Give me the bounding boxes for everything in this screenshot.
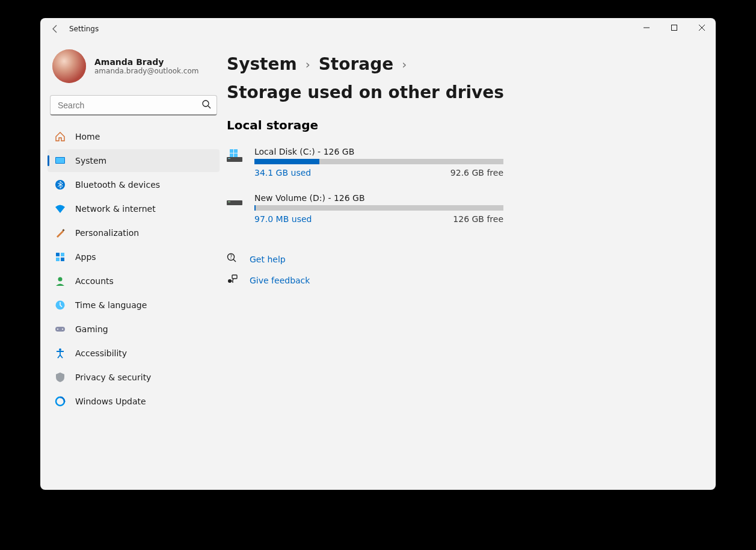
svg-rect-23: [234, 149, 238, 153]
chevron-right-icon: ›: [306, 57, 310, 72]
help-icon: ?: [227, 253, 239, 265]
help-links: ? Get help Give feedback: [227, 253, 692, 286]
profile-email: amanda.brady@outlook.com: [94, 67, 198, 75]
sidebar-item-label: Accounts: [75, 276, 114, 286]
sidebar: Amanda Brady amanda.brady@outlook.com Ho…: [40, 40, 227, 490]
svg-point-12: [58, 277, 63, 282]
drive-stats: 97.0 MB used 126 GB free: [254, 214, 503, 224]
privacy-icon: [55, 372, 66, 383]
network-icon: [55, 203, 66, 214]
svg-text:?: ?: [230, 255, 232, 260]
sidebar-item-accessibility[interactable]: Accessibility: [48, 342, 220, 365]
drive-progress: [254, 159, 503, 164]
profile-name: Amanda Brady: [94, 57, 198, 67]
home-icon: [55, 131, 66, 142]
svg-rect-24: [230, 153, 233, 157]
search-wrap: [50, 95, 217, 116]
minimize-icon: [644, 25, 650, 31]
minimize-button[interactable]: [633, 18, 660, 37]
svg-rect-1: [672, 25, 677, 31]
sidebar-item-label: Home: [75, 132, 100, 141]
sidebar-item-label: Apps: [75, 252, 96, 262]
give-feedback-link[interactable]: Give feedback: [227, 274, 692, 286]
breadcrumb-current: Storage used on other drives: [227, 82, 504, 102]
settings-window: Settings Amanda Brady amanda.brady@outlo…: [40, 18, 716, 490]
close-button[interactable]: [688, 18, 716, 37]
sidebar-item-label: Bluetooth & devices: [75, 180, 160, 190]
back-arrow-icon: [51, 24, 60, 34]
get-help-link[interactable]: ? Get help: [227, 253, 692, 265]
sidebar-item-accounts[interactable]: Accounts: [48, 270, 220, 292]
close-icon: [699, 25, 705, 31]
sidebar-item-privacy[interactable]: Privacy & security: [48, 366, 220, 389]
svg-rect-22: [230, 149, 233, 153]
drive-progress-fill: [254, 205, 256, 211]
section-title: Local storage: [227, 118, 692, 132]
sidebar-item-label: Network & internet: [75, 204, 156, 214]
breadcrumb-system[interactable]: System: [227, 54, 297, 74]
svg-point-16: [62, 329, 63, 330]
maximize-icon: [671, 25, 677, 31]
svg-rect-10: [56, 258, 60, 261]
profile-block[interactable]: Amanda Brady amanda.brady@outlook.com: [48, 40, 220, 95]
sidebar-item-label: Privacy & security: [75, 372, 151, 382]
feedback-icon: [227, 274, 239, 286]
drive-progress: [254, 205, 503, 211]
chevron-right-icon: ›: [402, 57, 407, 72]
sidebar-item-personalization[interactable]: Personalization: [48, 221, 220, 244]
svg-rect-14: [55, 327, 65, 332]
maximize-button[interactable]: [660, 18, 688, 37]
personalization-icon: [55, 227, 66, 238]
drive-body: Local Disk (C:) - 126 GB 34.1 GB used 92…: [254, 147, 503, 178]
sidebar-item-label: Time & language: [75, 300, 147, 310]
drive-d[interactable]: New Volume (D:) - 126 GB 97.0 MB used 12…: [227, 193, 503, 224]
back-button[interactable]: [46, 20, 64, 38]
system-icon: [55, 155, 66, 166]
svg-rect-11: [61, 258, 64, 261]
svg-point-15: [57, 329, 58, 330]
drive-c[interactable]: Local Disk (C:) - 126 GB 34.1 GB used 92…: [227, 147, 503, 178]
breadcrumb-storage[interactable]: Storage: [319, 54, 394, 74]
sidebar-item-network[interactable]: Network & internet: [48, 197, 220, 220]
svg-rect-25: [234, 153, 238, 157]
drive-title: New Volume (D:) - 126 GB: [254, 193, 503, 203]
nav-list: Home System Bluetooth & devices Network …: [48, 125, 220, 413]
svg-rect-27: [228, 202, 230, 202]
svg-rect-26: [227, 200, 242, 205]
sidebar-item-update[interactable]: Windows Update: [48, 390, 220, 413]
titlebar: Settings: [40, 18, 716, 40]
get-help-label: Get help: [250, 255, 286, 264]
sidebar-item-time-language[interactable]: Time & language: [48, 294, 220, 317]
sidebar-item-label: Personalization: [75, 228, 139, 238]
sidebar-item-label: Gaming: [75, 324, 108, 334]
sidebar-item-label: Accessibility: [75, 348, 127, 358]
sidebar-item-label: System: [75, 156, 106, 165]
drive-used: 34.1 GB used: [254, 168, 311, 178]
drive-stats: 34.1 GB used 92.6 GB free: [254, 168, 503, 178]
sidebar-item-system[interactable]: System: [48, 149, 220, 172]
sidebar-item-apps[interactable]: Apps: [48, 246, 220, 268]
give-feedback-label: Give feedback: [250, 276, 310, 285]
svg-rect-20: [227, 157, 242, 162]
time-language-icon: [55, 300, 66, 311]
drive-icon: [227, 196, 245, 224]
svg-point-17: [59, 348, 61, 351]
drive-free: 92.6 GB free: [450, 168, 503, 178]
bluetooth-icon: [55, 179, 66, 190]
search-input[interactable]: [50, 95, 217, 116]
svg-rect-31: [232, 275, 237, 279]
svg-line-3: [208, 106, 211, 108]
accounts-icon: [55, 276, 66, 286]
update-icon: [55, 396, 66, 407]
breadcrumb: System › Storage › Storage used on other…: [227, 54, 692, 102]
drive-progress-fill: [254, 159, 319, 164]
drive-os-icon: [227, 149, 245, 178]
window-title: Settings: [69, 25, 99, 33]
sidebar-item-bluetooth[interactable]: Bluetooth & devices: [48, 173, 220, 196]
sidebar-item-gaming[interactable]: Gaming: [48, 318, 220, 341]
drive-used: 97.0 MB used: [254, 214, 312, 224]
svg-rect-8: [56, 253, 60, 256]
sidebar-item-label: Windows Update: [75, 397, 146, 406]
sidebar-item-home[interactable]: Home: [48, 125, 220, 148]
gaming-icon: [55, 324, 66, 335]
